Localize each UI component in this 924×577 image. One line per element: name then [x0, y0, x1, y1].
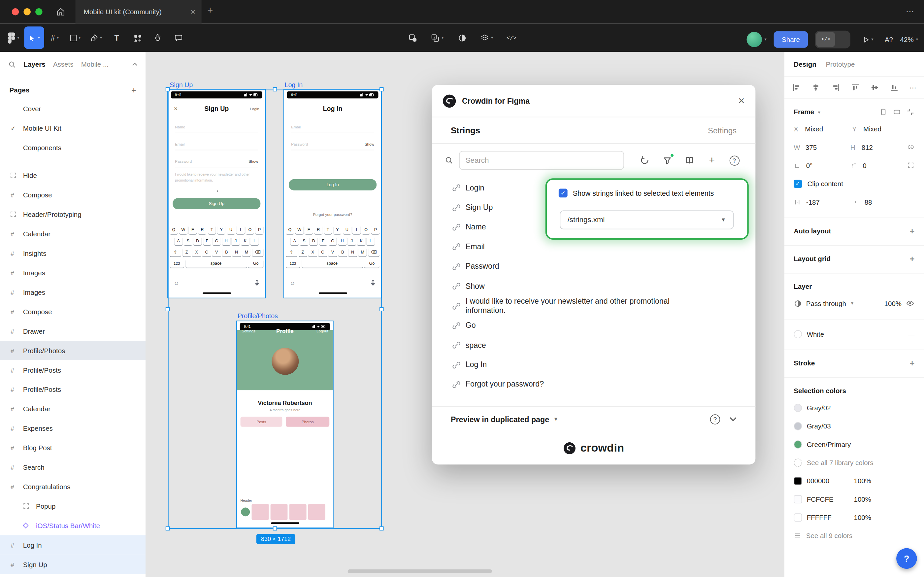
layer-row[interactable]: #Compose	[0, 302, 145, 321]
string-row[interactable]: Password	[432, 257, 755, 277]
color-swatch[interactable]	[794, 513, 802, 521]
tab-page-name[interactable]: Mobile ...	[81, 61, 109, 68]
shape-tool-button[interactable]: ▾	[65, 26, 85, 49]
signup-button[interactable]: Sign Up	[172, 198, 260, 209]
present-button[interactable]: ▾	[858, 28, 878, 51]
signup-frame[interactable]: 9:41 ✕ Sign Up Login Name Email Password…	[168, 89, 265, 297]
offset-x-input[interactable]: -187	[794, 198, 852, 205]
frame-label-profile[interactable]: Profile/Photos	[238, 312, 278, 319]
tab-assets[interactable]: Assets	[53, 61, 74, 68]
layer-row[interactable]: #Images	[0, 282, 145, 302]
y-input[interactable]: YMixed	[852, 125, 911, 132]
share-button[interactable]: Share	[774, 31, 808, 48]
see-all-colors-link[interactable]: See all 9 colors	[794, 527, 914, 545]
account-menu[interactable]: ▾	[747, 32, 766, 47]
align-top-icon[interactable]	[851, 83, 860, 92]
key-Y[interactable]: Y	[333, 225, 341, 234]
key-B[interactable]: B	[222, 248, 231, 256]
help-fab-button[interactable]: ?	[896, 548, 917, 569]
layer-row[interactable]: #Expenses	[0, 419, 145, 438]
key-V[interactable]: V	[212, 248, 221, 256]
key-S[interactable]: S	[184, 236, 192, 245]
tab-layers[interactable]: Layers	[23, 61, 45, 68]
key-S[interactable]: S	[300, 236, 308, 245]
key-space[interactable]: space	[301, 259, 363, 268]
login-link[interactable]: Login	[250, 106, 259, 111]
search-icon[interactable]	[8, 60, 16, 68]
zoom-menu[interactable]: 42% ▾	[900, 36, 918, 43]
tab-photos[interactable]: Photos	[286, 417, 329, 427]
align-horizontal-center-icon[interactable]	[811, 83, 820, 92]
home-icon[interactable]	[53, 5, 68, 18]
key-H[interactable]: H	[222, 236, 230, 245]
layer-row[interactable]: #Log In	[0, 535, 145, 554]
key-M[interactable]: M	[242, 248, 251, 256]
hand-tool-button[interactable]	[148, 26, 168, 49]
mic-icon[interactable]	[370, 280, 375, 287]
align-right-icon[interactable]	[831, 83, 840, 92]
resources-tool-button[interactable]	[127, 26, 148, 49]
checkbox-checked-icon[interactable]: ✓	[559, 189, 568, 197]
key-F[interactable]: F	[203, 236, 211, 245]
emoji-icon[interactable]: ☺	[290, 280, 295, 286]
layer-row[interactable]: Popup	[0, 496, 145, 516]
key-C[interactable]: C	[319, 248, 327, 256]
blend-mode-icon[interactable]	[794, 299, 802, 307]
key-Y[interactable]: Y	[217, 225, 225, 234]
key-F[interactable]: F	[319, 236, 327, 245]
color-swatch[interactable]	[794, 495, 802, 503]
contrast-button[interactable]	[452, 26, 472, 49]
email-field[interactable]: Email	[291, 125, 374, 133]
key-G[interactable]: G	[329, 236, 336, 245]
frame-label-login[interactable]: Log In	[285, 81, 303, 88]
key-A[interactable]: A	[175, 236, 182, 245]
key-I[interactable]: I	[353, 225, 361, 234]
key-⇧[interactable]: ⇧	[170, 248, 181, 256]
add-auto-layout-button[interactable]: +	[910, 226, 915, 236]
text-tool-button[interactable]: T	[106, 26, 127, 49]
resize-to-fit-icon[interactable]	[906, 108, 914, 116]
key-Go[interactable]: Go	[248, 259, 263, 268]
selection-handle[interactable]	[380, 307, 384, 311]
color-swatch[interactable]	[794, 403, 802, 412]
width-input[interactable]: W375	[794, 143, 850, 150]
key-L[interactable]: L	[251, 236, 259, 245]
boolean-groups-button[interactable]: ▾	[427, 26, 448, 49]
key-T[interactable]: T	[208, 225, 216, 234]
hex-value[interactable]: FFFFFF	[807, 514, 850, 521]
align-bottom-icon[interactable]	[890, 83, 899, 92]
key-T[interactable]: T	[324, 225, 332, 234]
clip-content-row[interactable]: ✓ Clip content	[794, 175, 914, 193]
layer-row[interactable]: #Congratulations	[0, 477, 145, 496]
preview-help-icon[interactable]: ?	[710, 414, 720, 424]
tab-posts[interactable]: Posts	[241, 417, 282, 427]
fill-swatch[interactable]	[794, 330, 802, 338]
key-⌫[interactable]: ⌫	[252, 248, 263, 256]
key-W[interactable]: W	[295, 225, 303, 234]
key-123[interactable]: 123	[286, 259, 300, 268]
key-⌫[interactable]: ⌫	[368, 248, 380, 256]
key-A[interactable]: A	[290, 236, 298, 245]
show-password-link[interactable]: Show	[248, 159, 258, 163]
tab-settings[interactable]: Settings	[708, 126, 737, 135]
file-tab[interactable]: Mobile UI kit (Community) ✕	[76, 0, 202, 23]
layer-row[interactable]: #Drawer	[0, 321, 145, 341]
maximize-window-button[interactable]	[35, 8, 42, 15]
key-M[interactable]: M	[358, 248, 367, 256]
filter-button[interactable]	[659, 152, 675, 169]
layer-row[interactable]: #Profile/Posts	[0, 380, 145, 399]
key-L[interactable]: L	[367, 236, 375, 245]
selection-handle[interactable]	[166, 87, 170, 92]
key-Q[interactable]: Q	[170, 225, 177, 234]
mask-tool-button[interactable]	[402, 26, 423, 49]
new-tab-button[interactable]: +	[208, 5, 213, 16]
close-tab-icon[interactable]: ✕	[190, 8, 195, 16]
glossary-button[interactable]	[681, 152, 698, 169]
popover-checkbox-row[interactable]: ✓ Show strings linked to selected text e…	[547, 180, 747, 198]
show-password-link[interactable]: Show	[365, 142, 374, 146]
main-menu-button[interactable]: ▾	[4, 26, 24, 49]
key-I[interactable]: I	[236, 225, 244, 234]
corner-radius-input[interactable]: 0	[850, 162, 907, 169]
key-Z[interactable]: Z	[298, 248, 307, 256]
selection-handle[interactable]	[273, 87, 277, 92]
